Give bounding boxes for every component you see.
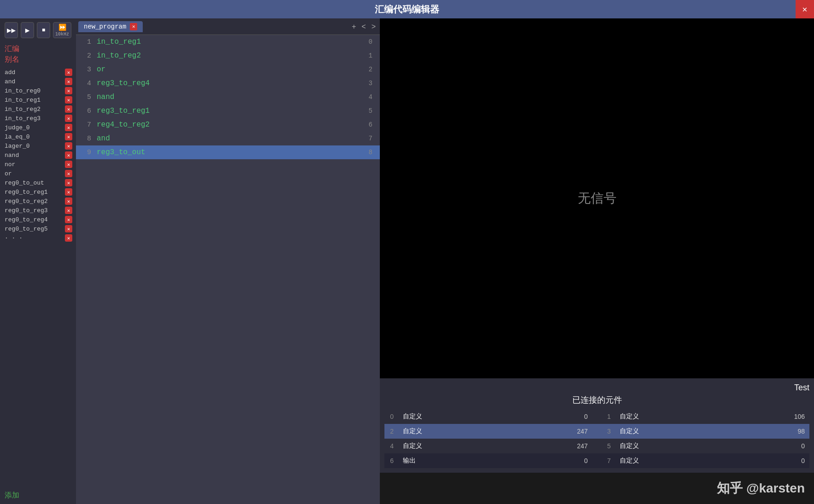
sidebar-item[interactable]: reg0_to_reg1 ✕ [0, 187, 76, 197]
code-line[interactable]: 8 and 7 [76, 132, 380, 145]
comp-val2: 0 [730, 453, 809, 468]
stop-button[interactable]: ■ [37, 22, 50, 38]
sidebar-delete-button[interactable]: ✕ [65, 188, 72, 196]
sidebar-delete-button[interactable]: ✕ [65, 133, 72, 140]
sidebar-item[interactable]: in_to_reg1 ✕ [0, 95, 76, 104]
col-divider [592, 424, 601, 439]
tab-close-button[interactable]: ✕ [130, 23, 137, 30]
sidebar-delete-button[interactable]: ✕ [65, 105, 72, 113]
sidebar-delete-button[interactable]: ✕ [65, 87, 72, 94]
sidebar-delete-button[interactable]: ✕ [65, 207, 72, 214]
code-line[interactable]: 6 reg3_to_reg1 5 [76, 104, 380, 118]
comp-idx2: 3 [601, 424, 615, 439]
line-code: nand [97, 93, 369, 101]
line-code: reg3_to_reg4 [97, 79, 369, 87]
code-line[interactable]: 7 reg4_to_reg2 6 [76, 118, 380, 132]
fast-forward-button[interactable]: ⏩ 10kHz [53, 22, 71, 38]
sidebar-item[interactable]: in_to_reg3 ✕ [0, 114, 76, 123]
sidebar-item[interactable]: in_to_reg2 ✕ [0, 104, 76, 114]
line-code: reg3_to_reg1 [97, 107, 369, 115]
add-tab-button[interactable]: + [350, 22, 358, 32]
line-address: 7 [369, 135, 376, 142]
line-code: reg3_to_out [97, 148, 369, 156]
toolbar: ▶▶ ▶ ■ ⏩ 10kHz [0, 18, 76, 42]
sidebar-delete-button[interactable]: ✕ [65, 151, 72, 159]
sidebar-item[interactable]: reg0_to_reg2 ✕ [0, 197, 76, 206]
sidebar-item-label: in_to_reg1 [5, 97, 41, 104]
sidebar-delete-button[interactable]: ✕ [65, 234, 72, 242]
sidebar-delete-button[interactable]: ✕ [65, 78, 72, 85]
comp-val: 0 [512, 453, 592, 468]
comp-type: 输出 [398, 453, 512, 468]
sidebar-delete-button[interactable]: ✕ [65, 124, 72, 131]
sidebar-item[interactable]: lager_0 ✕ [0, 141, 76, 151]
nav-right-button[interactable]: > [370, 22, 378, 32]
run-fast-button[interactable]: ▶▶ [5, 22, 18, 38]
sidebar-item[interactable]: reg0_to_reg3 ✕ [0, 206, 76, 215]
sidebar-item[interactable]: and ✕ [0, 77, 76, 86]
line-address: 3 [369, 80, 376, 87]
code-line[interactable]: 5 nand 4 [76, 90, 380, 104]
test-label: Test [384, 383, 809, 393]
watermark: 知乎 @karsten [380, 473, 814, 504]
comp-type2: 自定义 [615, 439, 729, 453]
table-row[interactable]: 4 自定义 247 5 自定义 0 [384, 439, 809, 453]
sidebar-delete-button[interactable]: ✕ [65, 142, 72, 150]
sidebar-item-label: reg0_to_reg2 [5, 198, 48, 205]
sidebar-item[interactable]: judge_0 ✕ [0, 123, 76, 132]
sidebar-delete-button[interactable]: ✕ [65, 69, 72, 76]
sidebar-item[interactable]: or ✕ [0, 169, 76, 178]
table-row[interactable]: 0 自定义 0 1 自定义 106 [384, 409, 809, 424]
sidebar-item-label: reg0_to_reg5 [5, 226, 48, 232]
table-row[interactable]: 6 输出 0 7 自定义 0 [384, 453, 809, 468]
sidebar-item[interactable]: add ✕ [0, 68, 76, 77]
sidebar-delete-button[interactable]: ✕ [65, 170, 72, 177]
sidebar-delete-button[interactable]: ✕ [65, 225, 72, 232]
sidebar-item[interactable]: nand ✕ [0, 151, 76, 160]
main-layout: ▶▶ ▶ ■ ⏩ 10kHz 汇编 别名 add ✕ and ✕ in_to_r… [0, 18, 814, 504]
nav-left-button[interactable]: < [360, 22, 367, 32]
assemble-label[interactable]: 汇编 [5, 44, 71, 54]
sidebar-item[interactable]: nor ✕ [0, 160, 76, 169]
sidebar-item[interactable]: in_to_reg0 ✕ [0, 86, 76, 95]
sidebar-item-label: la_eq_0 [5, 133, 30, 140]
code-editor[interactable]: 1 in_to_reg1 0 2 in_to_reg2 1 3 or 2 4 r… [76, 35, 380, 504]
line-number: 7 [80, 121, 91, 129]
sidebar-item-label: nor [5, 161, 15, 168]
sidebar-delete-button[interactable]: ✕ [65, 161, 72, 168]
title-bar: 汇编代码编辑器 ✕ [0, 0, 814, 18]
alias-label[interactable]: 别名 [5, 55, 71, 64]
code-line[interactable]: 3 or 2 [76, 63, 380, 76]
sidebar-item-label: · · · [5, 235, 23, 242]
code-line[interactable]: 2 in_to_reg2 1 [76, 49, 380, 63]
line-address: 2 [369, 66, 376, 73]
sidebar-item[interactable]: · · · ✕ [0, 233, 76, 243]
code-line[interactable]: 1 in_to_reg1 0 [76, 35, 380, 49]
line-address: 5 [369, 107, 376, 115]
add-button[interactable]: 添加 [0, 487, 76, 504]
editor-tab[interactable]: new_program ✕ [78, 21, 143, 32]
line-code: or [97, 65, 369, 74]
comp-type2: 自定义 [615, 424, 729, 439]
sidebar-item[interactable]: reg0_to_reg4 ✕ [0, 215, 76, 224]
sidebar-item-label: and [5, 78, 15, 85]
sidebar-item-label: reg0_to_reg1 [5, 189, 48, 196]
sidebar-item-label: nand [5, 152, 19, 159]
sidebar-item[interactable]: la_eq_0 ✕ [0, 132, 76, 141]
sidebar-delete-button[interactable]: ✕ [65, 96, 72, 104]
code-line[interactable]: 4 reg3_to_reg4 3 [76, 76, 380, 90]
run-button[interactable]: ▶ [21, 22, 34, 38]
comp-val2: 106 [730, 409, 809, 424]
comp-type: 自定义 [398, 424, 512, 439]
line-number: 9 [80, 149, 91, 156]
signal-display: 无信号 [380, 18, 814, 378]
table-row[interactable]: 2 自定义 247 3 自定义 98 [384, 424, 809, 439]
sidebar-delete-button[interactable]: ✕ [65, 197, 72, 205]
sidebar-delete-button[interactable]: ✕ [65, 179, 72, 186]
close-button[interactable]: ✕ [796, 0, 814, 18]
sidebar-delete-button[interactable]: ✕ [65, 115, 72, 122]
code-line[interactable]: 9 reg3_to_out 8 [76, 145, 380, 159]
sidebar-item[interactable]: reg0_to_reg5 ✕ [0, 224, 76, 233]
sidebar-item[interactable]: reg0_to_out ✕ [0, 178, 76, 187]
sidebar-delete-button[interactable]: ✕ [65, 216, 72, 223]
